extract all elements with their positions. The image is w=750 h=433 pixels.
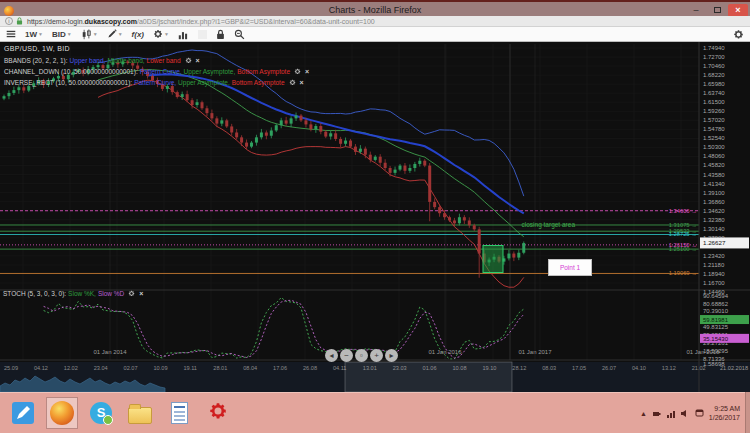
zoom-out-button[interactable]: −	[340, 349, 353, 362]
indicator-remove-icon[interactable]: ×	[196, 57, 200, 64]
lock-button[interactable]	[216, 28, 225, 41]
svg-text:1.19069 →: 1.19069 →	[669, 270, 697, 276]
svg-text:1.28725 →: 1.28725 →	[669, 231, 697, 237]
url-subdomain: demo-login.	[48, 18, 85, 25]
svg-text:1.43580: 1.43580	[703, 172, 725, 178]
svg-text:1.54780: 1.54780	[703, 126, 725, 132]
show-desktop-button[interactable]	[745, 392, 750, 433]
url-text[interactable]: https://demo-login.dukascopy.com/a0DS/js…	[27, 18, 375, 25]
taskbar-skype-icon[interactable]: S	[85, 397, 117, 429]
svg-text:08.03: 08.03	[542, 365, 556, 371]
svg-text:1.21180: 1.21180	[703, 262, 725, 268]
svg-text:23.04: 23.04	[94, 365, 108, 371]
svg-text:1.45820: 1.45820	[703, 162, 725, 168]
svg-text:01 Jan 2018: 01 Jan 2018	[686, 349, 720, 355]
url-domain: dukascopy.com	[85, 18, 137, 25]
chevron-down-icon: ▼	[93, 31, 98, 37]
indicator-settings-gear-icon[interactable]	[289, 79, 296, 86]
volume-toggle-button[interactable]	[178, 28, 189, 41]
svg-text:1.31075 →: 1.31075 →	[669, 222, 697, 228]
disabled-tool-button	[198, 28, 207, 41]
indicator-series-label: Upper Asymptote,	[184, 68, 236, 75]
tray-volume-icon[interactable]	[680, 409, 690, 418]
svg-text:10.09: 10.09	[154, 365, 168, 371]
maximize-icon	[714, 7, 721, 13]
indicator-settings-gear-icon[interactable]	[128, 290, 135, 297]
svg-text:21.02.2018: 21.02.2018	[720, 365, 748, 371]
https-lock-icon[interactable]	[16, 17, 23, 25]
svg-text:1.41340: 1.41340	[703, 181, 725, 187]
url-bar[interactable]: i https://demo-login.dukascopy.com/a0DS/…	[0, 16, 750, 27]
tray-action-center-icon[interactable]	[695, 409, 704, 418]
svg-text:1.34620: 1.34620	[703, 208, 725, 214]
taskbar-clock[interactable]: 9:25 AM 1/26/2017	[709, 404, 740, 422]
svg-text:1.70460: 1.70460	[703, 63, 725, 69]
svg-text:1.16700: 1.16700	[703, 280, 725, 286]
svg-text:90.64594: 90.64594	[703, 293, 729, 299]
taskbar-pen-app-icon[interactable]	[7, 397, 39, 429]
minimap-brush[interactable]	[345, 362, 512, 392]
indicator-series-label: Pattern Curve,	[134, 79, 176, 86]
tray-power-icon[interactable]	[652, 409, 661, 418]
pan-right-button[interactable]: ▸	[385, 349, 398, 362]
svg-text:59.81981: 59.81981	[703, 317, 729, 323]
chart-canvas[interactable]: 1.749401.727001.704601.682201.659801.637…	[0, 42, 750, 392]
svg-text:04.12: 04.12	[34, 365, 48, 371]
indicators-button[interactable]: f(x)	[132, 28, 144, 41]
chart-settings-button[interactable]: ▼	[153, 28, 169, 41]
taskbar-explorer-icon[interactable]	[124, 397, 156, 429]
closing-target-annotation: closing target area	[505, 221, 575, 228]
svg-text:49.83125: 49.83125	[703, 324, 729, 330]
zoom-in-button[interactable]: +	[370, 349, 383, 362]
window-titlebar[interactable]: Charts - Mozilla Firefox – ×	[0, 0, 750, 16]
tray-network-icon[interactable]	[666, 409, 675, 418]
taskbar-firefox-icon[interactable]	[46, 397, 78, 429]
svg-text:1.39100: 1.39100	[703, 190, 725, 196]
svg-text:1.61500: 1.61500	[703, 99, 725, 105]
indicator-settings-gear-icon[interactable]	[294, 68, 301, 75]
menu-button[interactable]	[6, 28, 16, 41]
svg-text:1.68220: 1.68220	[703, 72, 725, 78]
settings-gear-button[interactable]	[733, 28, 744, 41]
taskbar-red-app-icon[interactable]	[202, 397, 234, 429]
price-side-select[interactable]: BID▼	[52, 28, 72, 41]
indicator-remove-icon[interactable]: ×	[305, 68, 309, 75]
timeframe-select[interactable]: 1W▼	[25, 28, 43, 41]
stoch-name: STOCH (5, 3, 0, 3, 0):	[3, 290, 66, 297]
red-app-icon	[208, 401, 228, 425]
zoom-out-tool-button[interactable]	[234, 28, 245, 41]
taskbar-document-app-icon[interactable]	[163, 397, 195, 429]
point-1-label[interactable]: Point 1	[548, 259, 592, 276]
indicator-series-label: Upper Asymptote,	[178, 79, 230, 86]
svg-text:28.12: 28.12	[512, 365, 526, 371]
symbol-header: GBP/USD, 1W, BID	[4, 45, 70, 52]
indicator-remove-icon[interactable]: ×	[139, 290, 143, 297]
svg-text:1.52540: 1.52540	[703, 135, 725, 141]
svg-text:08.04: 08.04	[243, 365, 257, 371]
pan-left-button[interactable]: ◂	[325, 349, 338, 362]
svg-text:13.12: 13.12	[662, 365, 676, 371]
svg-text:1.63740: 1.63740	[703, 90, 725, 96]
svg-text:04.11: 04.11	[333, 365, 347, 371]
svg-text:17.05: 17.05	[572, 365, 586, 371]
indicator-series-label: Lower band	[147, 57, 181, 64]
indicator-row-1: CHANNEL_DOWN (10, 50.00000000000001):Pat…	[4, 66, 309, 77]
svg-text:1.50300: 1.50300	[703, 144, 725, 150]
indicator-settings-gear-icon[interactable]	[185, 57, 192, 64]
stoch-row-0: STOCH (5, 3, 0, 3, 0):Slow %K,Slow %D×	[3, 288, 143, 299]
indicator-series-label: Pattern Curve,	[140, 68, 182, 75]
indicator-remove-icon[interactable]: ×	[300, 79, 304, 86]
tray-expand-icon[interactable]: ▲	[640, 410, 647, 417]
firefox-icon	[50, 401, 74, 425]
chevron-down-icon: ▼	[67, 31, 72, 37]
svg-text:26.08: 26.08	[303, 365, 317, 371]
draw-tools-button[interactable]: ▼	[107, 28, 123, 41]
chart-toolbar: 1W▼ BID▼ ▼ ▼ f(x) ▼	[0, 27, 750, 42]
svg-text:1.30140: 1.30140	[703, 226, 725, 232]
folder-icon	[128, 407, 152, 424]
page-info-icon[interactable]: i	[5, 17, 13, 25]
screen: Charts - Mozilla Firefox – × i https://d…	[0, 0, 750, 433]
reset-zoom-button[interactable]: ▫	[355, 349, 368, 362]
svg-text:26.07: 26.07	[602, 365, 616, 371]
chart-type-button[interactable]: ▼	[81, 28, 98, 41]
